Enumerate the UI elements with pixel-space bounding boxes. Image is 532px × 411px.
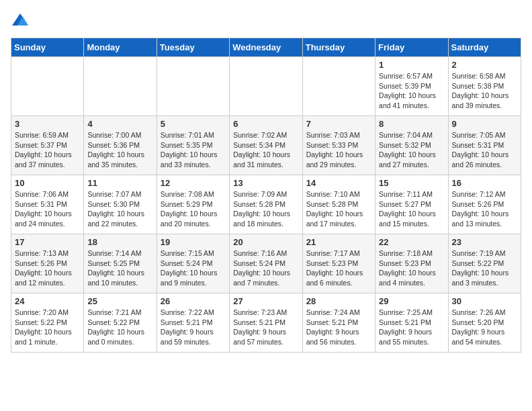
day-info: Sunrise: 7:02 AM Sunset: 5:34 PM Dayligh…: [233, 130, 298, 170]
calendar-cell: 25Sunrise: 7:21 AM Sunset: 5:22 PM Dayli…: [84, 293, 157, 353]
day-number: 22: [379, 237, 444, 247]
weekday-header-saturday: Saturday: [448, 38, 521, 57]
calendar-cell: 20Sunrise: 7:16 AM Sunset: 5:24 PM Dayli…: [230, 234, 302, 293]
day-number: 9: [452, 119, 517, 129]
calendar-cell: 7Sunrise: 7:03 AM Sunset: 5:33 PM Daylig…: [302, 116, 375, 175]
day-info: Sunrise: 7:00 AM Sunset: 5:36 PM Dayligh…: [87, 130, 152, 170]
day-number: 5: [161, 119, 226, 129]
day-info: Sunrise: 7:05 AM Sunset: 5:31 PM Dayligh…: [452, 130, 517, 170]
weekday-header-row: SundayMondayTuesdayWednesdayThursdayFrid…: [11, 38, 521, 57]
day-number: 24: [15, 296, 80, 306]
day-number: 14: [306, 178, 371, 188]
day-info: Sunrise: 6:58 AM Sunset: 5:38 PM Dayligh…: [452, 71, 517, 111]
day-info: Sunrise: 7:09 AM Sunset: 5:28 PM Dayligh…: [233, 189, 298, 229]
day-number: 1: [379, 60, 444, 70]
day-number: 19: [161, 237, 226, 247]
calendar-cell: 11Sunrise: 7:07 AM Sunset: 5:30 PM Dayli…: [84, 175, 157, 234]
day-info: Sunrise: 7:13 AM Sunset: 5:26 PM Dayligh…: [15, 248, 80, 288]
weekday-header-wednesday: Wednesday: [230, 38, 302, 57]
calendar-cell: 14Sunrise: 7:10 AM Sunset: 5:28 PM Dayli…: [302, 175, 375, 234]
day-info: Sunrise: 7:03 AM Sunset: 5:33 PM Dayligh…: [306, 130, 371, 170]
calendar-body: 1Sunrise: 6:57 AM Sunset: 5:39 PM Daylig…: [11, 57, 521, 353]
day-info: Sunrise: 7:18 AM Sunset: 5:23 PM Dayligh…: [379, 248, 444, 288]
day-number: 21: [306, 237, 371, 247]
day-info: Sunrise: 7:21 AM Sunset: 5:22 PM Dayligh…: [87, 308, 152, 347]
day-number: 7: [306, 119, 371, 129]
weekday-header-sunday: Sunday: [11, 38, 84, 57]
calendar-cell: 17Sunrise: 7:13 AM Sunset: 5:26 PM Dayli…: [11, 234, 84, 293]
calendar-cell: 10Sunrise: 7:06 AM Sunset: 5:31 PM Dayli…: [11, 175, 84, 234]
week-row-1: 1Sunrise: 6:57 AM Sunset: 5:39 PM Daylig…: [11, 57, 521, 116]
day-number: 11: [87, 178, 152, 188]
day-info: Sunrise: 7:11 AM Sunset: 5:27 PM Dayligh…: [379, 189, 444, 229]
calendar-cell: [157, 57, 229, 116]
logo: [11, 11, 32, 30]
day-info: Sunrise: 7:17 AM Sunset: 5:23 PM Dayligh…: [306, 248, 371, 288]
calendar-cell: 5Sunrise: 7:01 AM Sunset: 5:35 PM Daylig…: [157, 116, 229, 175]
week-row-4: 17Sunrise: 7:13 AM Sunset: 5:26 PM Dayli…: [11, 234, 521, 293]
day-info: Sunrise: 7:19 AM Sunset: 5:22 PM Dayligh…: [452, 248, 517, 288]
day-info: Sunrise: 7:15 AM Sunset: 5:24 PM Dayligh…: [161, 248, 226, 288]
day-number: 23: [452, 237, 517, 247]
calendar-cell: 13Sunrise: 7:09 AM Sunset: 5:28 PM Dayli…: [230, 175, 302, 234]
day-info: Sunrise: 7:26 AM Sunset: 5:20 PM Dayligh…: [452, 308, 517, 347]
day-info: Sunrise: 6:59 AM Sunset: 5:37 PM Dayligh…: [15, 130, 80, 170]
calendar-cell: [302, 57, 375, 116]
calendar-cell: 3Sunrise: 6:59 AM Sunset: 5:37 PM Daylig…: [11, 116, 84, 175]
day-number: 15: [379, 178, 444, 188]
day-number: 13: [233, 178, 298, 188]
calendar-cell: 23Sunrise: 7:19 AM Sunset: 5:22 PM Dayli…: [448, 234, 521, 293]
day-number: 8: [379, 119, 444, 129]
calendar-cell: [11, 57, 84, 116]
day-number: 3: [15, 119, 80, 129]
calendar-cell: 24Sunrise: 7:20 AM Sunset: 5:22 PM Dayli…: [11, 293, 84, 353]
weekday-header-tuesday: Tuesday: [157, 38, 229, 57]
calendar-cell: [230, 57, 302, 116]
logo-icon: [11, 11, 30, 30]
week-row-5: 24Sunrise: 7:20 AM Sunset: 5:22 PM Dayli…: [11, 293, 521, 353]
page-header: [11, 11, 521, 30]
day-info: Sunrise: 7:24 AM Sunset: 5:21 PM Dayligh…: [306, 308, 371, 347]
calendar: SundayMondayTuesdayWednesdayThursdayFrid…: [11, 38, 521, 353]
calendar-cell: 26Sunrise: 7:22 AM Sunset: 5:21 PM Dayli…: [157, 293, 229, 353]
day-number: 16: [452, 178, 517, 188]
weekday-header-thursday: Thursday: [302, 38, 375, 57]
day-info: Sunrise: 7:07 AM Sunset: 5:30 PM Dayligh…: [87, 189, 152, 229]
day-number: 26: [161, 296, 226, 306]
day-number: 4: [87, 119, 152, 129]
calendar-cell: 6Sunrise: 7:02 AM Sunset: 5:34 PM Daylig…: [230, 116, 302, 175]
day-info: Sunrise: 7:14 AM Sunset: 5:25 PM Dayligh…: [87, 248, 152, 288]
weekday-header-monday: Monday: [84, 38, 157, 57]
day-number: 10: [15, 178, 80, 188]
day-number: 25: [87, 296, 152, 306]
day-info: Sunrise: 6:57 AM Sunset: 5:39 PM Dayligh…: [379, 71, 444, 111]
calendar-cell: 29Sunrise: 7:25 AM Sunset: 5:21 PM Dayli…: [375, 293, 448, 353]
day-info: Sunrise: 7:16 AM Sunset: 5:24 PM Dayligh…: [233, 248, 298, 288]
calendar-cell: 15Sunrise: 7:11 AM Sunset: 5:27 PM Dayli…: [375, 175, 448, 234]
calendar-cell: [84, 57, 157, 116]
week-row-2: 3Sunrise: 6:59 AM Sunset: 5:37 PM Daylig…: [11, 116, 521, 175]
day-number: 18: [87, 237, 152, 247]
day-info: Sunrise: 7:25 AM Sunset: 5:21 PM Dayligh…: [379, 308, 444, 347]
calendar-cell: 2Sunrise: 6:58 AM Sunset: 5:38 PM Daylig…: [448, 57, 521, 116]
day-number: 6: [233, 119, 298, 129]
day-number: 27: [233, 296, 298, 306]
calendar-cell: 9Sunrise: 7:05 AM Sunset: 5:31 PM Daylig…: [448, 116, 521, 175]
week-row-3: 10Sunrise: 7:06 AM Sunset: 5:31 PM Dayli…: [11, 175, 521, 234]
calendar-cell: 27Sunrise: 7:23 AM Sunset: 5:21 PM Dayli…: [230, 293, 302, 353]
day-number: 20: [233, 237, 298, 247]
calendar-cell: 19Sunrise: 7:15 AM Sunset: 5:24 PM Dayli…: [157, 234, 229, 293]
day-number: 28: [306, 296, 371, 306]
day-number: 17: [15, 237, 80, 247]
calendar-cell: 22Sunrise: 7:18 AM Sunset: 5:23 PM Dayli…: [375, 234, 448, 293]
day-number: 29: [379, 296, 444, 306]
day-info: Sunrise: 7:08 AM Sunset: 5:29 PM Dayligh…: [161, 189, 226, 229]
day-info: Sunrise: 7:22 AM Sunset: 5:21 PM Dayligh…: [161, 308, 226, 347]
calendar-cell: 16Sunrise: 7:12 AM Sunset: 5:26 PM Dayli…: [448, 175, 521, 234]
day-info: Sunrise: 7:23 AM Sunset: 5:21 PM Dayligh…: [233, 308, 298, 347]
day-info: Sunrise: 7:10 AM Sunset: 5:28 PM Dayligh…: [306, 189, 371, 229]
calendar-cell: 1Sunrise: 6:57 AM Sunset: 5:39 PM Daylig…: [375, 57, 448, 116]
day-info: Sunrise: 7:12 AM Sunset: 5:26 PM Dayligh…: [452, 189, 517, 229]
day-number: 12: [161, 178, 226, 188]
calendar-cell: 12Sunrise: 7:08 AM Sunset: 5:29 PM Dayli…: [157, 175, 229, 234]
